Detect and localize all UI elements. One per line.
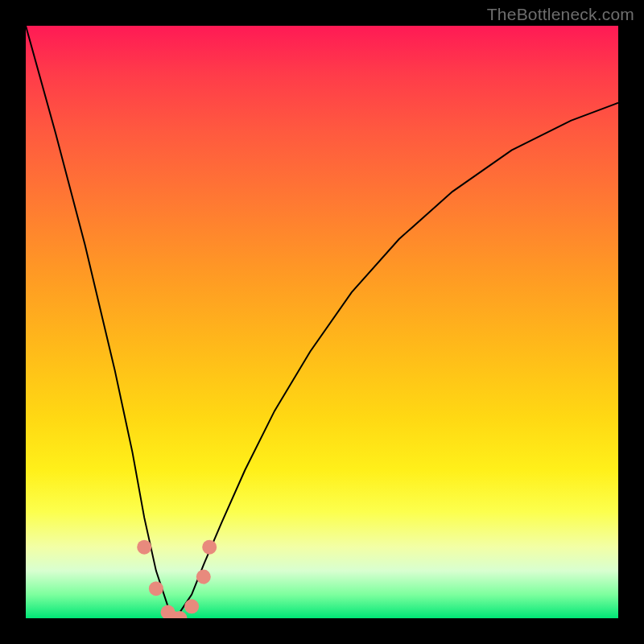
highlight-markers: [137, 540, 217, 618]
plot-area: [26, 26, 618, 618]
marker-dot: [184, 599, 199, 613]
marker-dot: [137, 540, 151, 555]
marker-dot: [202, 540, 217, 555]
attribution-label: TheBottleneck.com: [487, 5, 634, 24]
bottleneck-curve: [26, 26, 618, 618]
chart-frame: TheBottleneck.com: [0, 0, 644, 644]
marker-dot: [196, 570, 211, 584]
marker-dot: [149, 581, 163, 596]
chart-svg: [26, 26, 618, 618]
